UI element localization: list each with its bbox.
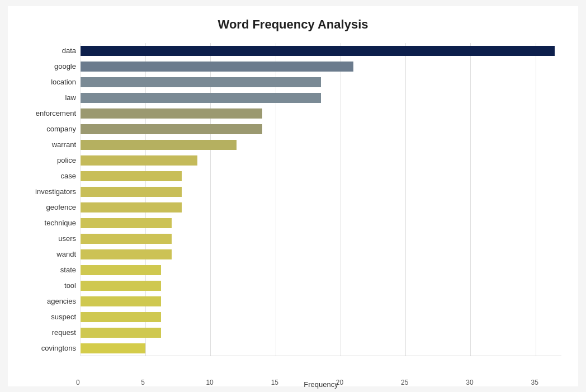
bar-suspect [81, 312, 161, 322]
bar-row-data [81, 45, 561, 57]
y-label-agencies: agencies [47, 297, 76, 305]
y-label-request: request [52, 329, 76, 336]
x-tick-15: 15 [271, 379, 278, 386]
bar-request [81, 328, 161, 338]
bar-google [81, 62, 353, 72]
y-axis-labels: datagooglelocationlawenforcementcompanyw… [25, 43, 81, 356]
y-label-company: company [46, 125, 76, 133]
grid-line-30 [470, 43, 471, 356]
x-axis-label: Frequency [304, 380, 338, 389]
x-tick-0: 0 [76, 379, 80, 386]
bar-row-law [81, 92, 561, 104]
bar-police [81, 155, 197, 166]
grid-line-35 [536, 43, 536, 356]
x-tick-35: 35 [531, 379, 538, 386]
bar-row-case [81, 170, 561, 182]
x-tick-10: 10 [206, 379, 213, 386]
grid-line-0 [81, 43, 81, 356]
y-label-users: users [58, 235, 76, 242]
bar-row-company [81, 123, 561, 135]
bar-wandt [81, 249, 172, 259]
x-tick-25: 25 [401, 379, 408, 386]
bar-row-covingtons [81, 342, 561, 355]
bar-row-investigators [81, 186, 561, 198]
grid-line-25 [405, 43, 406, 356]
y-label-enforcement: enforcement [36, 110, 76, 117]
bar-users [81, 234, 172, 244]
chart-area: datagooglelocationlawenforcementcompanyw… [25, 43, 561, 356]
grid-line-10 [210, 43, 211, 356]
bar-row-google [81, 60, 561, 73]
bar-technique [81, 218, 172, 228]
y-label-warrant: warrant [52, 141, 76, 148]
bar-row-police [81, 154, 561, 167]
y-label-tool: tool [64, 282, 76, 289]
bar-state [81, 265, 161, 275]
y-label-case: case [61, 172, 76, 180]
y-label-google: google [54, 63, 76, 70]
bar-investigators [81, 187, 182, 197]
y-label-wandt: wandt [56, 251, 76, 258]
bar-row-technique [81, 217, 561, 229]
y-label-data: data [62, 47, 76, 54]
y-label-technique: technique [45, 219, 76, 226]
bars-and-grid: 05101520253035 Frequency [81, 43, 561, 356]
bar-tool [81, 281, 161, 291]
bar-row-request [81, 327, 561, 339]
y-label-investigators: investigators [35, 188, 76, 195]
bar-row-users [81, 233, 561, 245]
y-label-state: state [60, 266, 76, 273]
bar-warrant [81, 140, 237, 150]
bar-agencies [81, 296, 161, 306]
bar-row-wandt [81, 248, 561, 261]
x-axis-line [81, 356, 561, 356]
bar-row-state [81, 264, 561, 276]
bar-geofence [81, 202, 182, 212]
x-tick-30: 30 [466, 379, 473, 386]
chart-title: Word Frequency Analysis [25, 17, 561, 32]
bar-row-agencies [81, 295, 561, 308]
bar-row-suspect [81, 311, 561, 323]
bar-row-tool [81, 280, 561, 292]
bar-covingtons [81, 343, 145, 353]
y-label-suspect: suspect [51, 313, 76, 320]
bar-row-geofence [81, 201, 561, 214]
bar-case [81, 171, 182, 181]
y-label-geofence: geofence [46, 204, 77, 211]
grid-line-15 [276, 43, 276, 356]
y-label-law: law [65, 94, 76, 101]
grid-line-20 [341, 43, 341, 356]
bar-row-enforcement [81, 107, 561, 120]
bar-row-location [81, 76, 561, 88]
bar-enforcement [81, 108, 262, 119]
bar-company [81, 124, 262, 134]
chart-container: Word Frequency Analysis datagooglelocati… [8, 6, 578, 386]
bar-law [81, 93, 321, 103]
y-label-police: police [57, 157, 76, 164]
grid-line-5 [145, 43, 146, 356]
bar-data [81, 46, 555, 56]
y-label-location: location [51, 78, 76, 86]
y-label-covingtons: covingtons [41, 344, 76, 352]
x-tick-5: 5 [141, 379, 145, 386]
bar-location [81, 77, 321, 87]
bar-row-warrant [81, 139, 561, 151]
